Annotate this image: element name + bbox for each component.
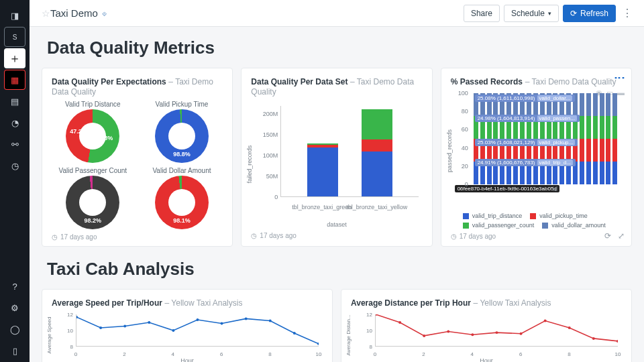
svg-point-7 [245, 317, 248, 320]
alerts-icon[interactable]: ◔ [4, 113, 25, 133]
section-analysis-title: Taxi Cab Analysis [47, 259, 632, 280]
card3-tooltip: 06fee870-b4ef-11eb-9d9c-00163e3ab05d [455, 185, 559, 192]
xlabel: Hour [52, 357, 323, 362]
svg-point-18 [544, 320, 547, 322]
svg-point-16 [495, 331, 498, 334]
svg-point-9 [293, 332, 296, 335]
svg-point-1 [99, 326, 102, 329]
stack-col [580, 93, 584, 184]
refresh-icon: ⟳ [570, 9, 577, 18]
topbar: ☆ Taxi Demo ⟐ Share Schedule▾ ⟳Refresh ⋮ [30, 0, 644, 27]
sql-icon[interactable]: S [4, 27, 25, 47]
ytick: 40 [451, 145, 468, 152]
svg-point-15 [471, 333, 474, 336]
xtick: 8 [568, 351, 570, 357]
xtick: 0 [74, 351, 77, 357]
legend-item[interactable]: valid_passenger_count [463, 222, 535, 229]
card2-footer: 17 days ago [260, 232, 297, 239]
ytick: 50M [251, 173, 278, 180]
section-quality-title: Data Quality Metrics [47, 38, 632, 58]
ytick: 0 [251, 194, 278, 200]
card-avg-speed: Average Speed per Trip/Hour – Yellow Tax… [42, 289, 333, 362]
ytick: 200M [251, 111, 278, 117]
panel-icon[interactable]: ▯ [4, 341, 25, 361]
more-menu-icon[interactable]: ⋮ [620, 5, 635, 22]
expand-icon[interactable]: ⤢ [618, 231, 625, 241]
xtick: 4 [172, 351, 174, 357]
card3-footer: 17 days ago [460, 233, 496, 240]
card-quality-per-expectation: Data Quality Per Expectations – Taxi Dem… [42, 68, 233, 247]
star-icon[interactable]: ☆ [42, 8, 50, 19]
settings-icon[interactable]: ⚙ [4, 298, 25, 318]
schema-icon[interactable]: ⚯ [4, 134, 25, 154]
svg-point-3 [148, 321, 150, 324]
dashboards-icon[interactable]: ▦ [4, 70, 25, 90]
svg-point-5 [196, 318, 199, 321]
bar-category: tbl_bronze_taxi_green [292, 204, 352, 210]
clock-icon: ◷ [251, 232, 257, 239]
xtick: 4 [471, 351, 474, 357]
card-avg-distance: Average Distance per Trip Hour – Yellow … [341, 289, 632, 362]
card4-sub: Yellow Taxi Analysis [171, 298, 242, 308]
svg-point-13 [423, 335, 425, 337]
svg-point-20 [592, 337, 595, 340]
card-quality-per-dataset: Data Quality Per Data Set – Taxi Demo Da… [241, 68, 432, 247]
schedule-button[interactable]: Schedule▾ [504, 5, 559, 22]
svg-point-21 [616, 340, 618, 343]
xtick: 10 [316, 351, 322, 357]
svg-point-2 [123, 325, 126, 328]
svg-point-6 [221, 322, 223, 325]
legend-item[interactable]: valid_dollar_amount [542, 222, 606, 229]
card1-footer: 17 days ago [60, 233, 97, 241]
svg-point-19 [568, 326, 571, 329]
ytick: 8 [52, 344, 73, 350]
share-button[interactable]: Share [464, 5, 500, 22]
donut-label: Valid Dollar Amount [152, 167, 211, 174]
dashboard-scroll[interactable]: Data Quality Metrics Data Quality Per Ex… [30, 27, 644, 362]
history-icon[interactable]: ◷ [4, 156, 25, 176]
clock-icon: ◷ [52, 233, 58, 241]
svg-point-11 [376, 314, 377, 316]
ytick: 10 [52, 328, 73, 334]
xtick: 0 [374, 351, 376, 357]
left-nav-rail: ◨ S ＋ ▦ ▤ ◔ ⚯ ◷ ? ⚙ ◯ ▯ [0, 0, 30, 362]
donut-label: Valid Passenger Count [59, 167, 127, 174]
add-icon[interactable]: ＋ [4, 48, 25, 68]
ytick: 20 [451, 163, 468, 170]
logo-icon[interactable]: ◨ [4, 5, 25, 25]
ytick: 100M [251, 152, 278, 159]
xlabel: Hour [351, 357, 622, 362]
queries-icon[interactable]: ▤ [4, 91, 25, 111]
card2-title: Data Quality Per Data Set [251, 77, 347, 86]
ytick: 8 [351, 344, 372, 350]
card3-xlabel: id [553, 186, 557, 192]
card3-title: % Passed Records [451, 77, 523, 86]
stack-col [606, 93, 610, 184]
svg-point-4 [172, 329, 174, 332]
user-icon[interactable]: ◯ [4, 319, 25, 339]
title-gear-icon[interactable]: ⟐ [102, 9, 107, 18]
svg-point-8 [269, 320, 272, 322]
chevron-down-icon: ▾ [548, 10, 551, 17]
card-passed-records: ⋮ % Passed Records – Taxi Demo Data Qual… [441, 68, 632, 247]
legend-item[interactable]: valid_pickup_time [530, 213, 588, 219]
bar-0 [307, 143, 338, 196]
card4-title: Average Speed per Trip/Hour [52, 298, 162, 308]
card2-xlabel: dataset [251, 221, 422, 228]
ytick: 0 [451, 181, 468, 188]
svg-point-14 [447, 330, 449, 333]
page-title: Taxi Demo [50, 7, 98, 19]
xtick: 8 [268, 351, 271, 357]
donut-label: Valid Trip Distance [65, 101, 121, 108]
xtick: 6 [220, 351, 223, 357]
ytick: 12 [52, 312, 73, 318]
bar-1 [362, 109, 392, 196]
legend-item[interactable]: valid_trip_distance [463, 213, 523, 219]
refresh-button[interactable]: ⟳Refresh [563, 5, 616, 22]
card1-title: Data Quality Per Expectations [52, 77, 166, 86]
ytick: 60 [451, 126, 468, 133]
refresh-small-icon[interactable]: ⟳ [604, 231, 611, 241]
card3-menu-icon[interactable]: ⋮ [613, 72, 626, 82]
help-icon[interactable]: ? [4, 276, 25, 296]
card5-sub: Yellow Taxi Analysis [480, 298, 551, 308]
